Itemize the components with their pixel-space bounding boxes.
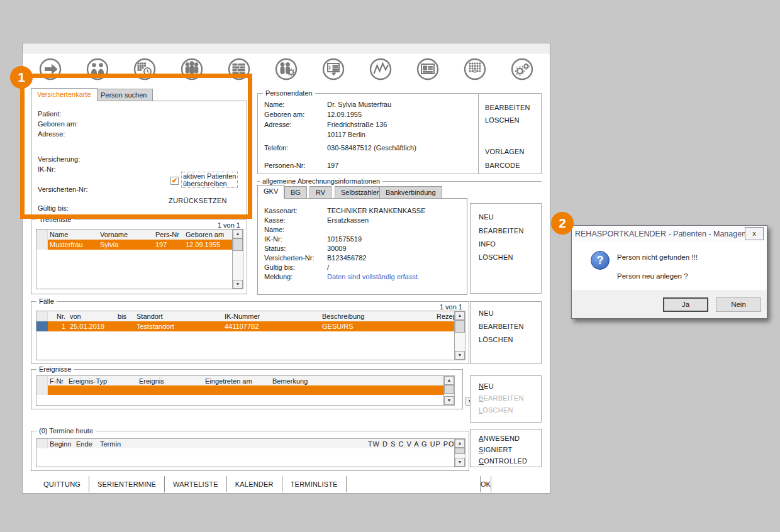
warteliste-button[interactable]: WARTELISTE xyxy=(165,480,226,488)
id-card-icon[interactable] xyxy=(415,57,440,82)
trefferliste-scrollbar[interactable]: ▲ ▼ xyxy=(232,230,243,289)
pd-label-personen-nr: Personen-Nr: xyxy=(264,162,327,169)
scroll-down-icon[interactable]: ▼ xyxy=(233,280,243,289)
cell-beschreibung: GESU/RS xyxy=(320,323,415,330)
ereignisse-scrollbar[interactable]: ▲ ▼ xyxy=(443,376,454,405)
faelle-scrollbar[interactable]: ▲ ▼ xyxy=(454,311,465,360)
termine-scrollbar[interactable]: ▲ ▼ xyxy=(454,439,465,467)
ereignisse-bearbeiten-button: BEARBEITEN xyxy=(479,394,524,402)
tab-person-suchen[interactable]: Person suchen xyxy=(94,89,153,101)
controlled-button[interactable]: CONTROLLED xyxy=(479,457,527,465)
gkv-value-gueltig-bis: / xyxy=(327,263,329,271)
row-gutter xyxy=(36,240,48,250)
scroll-down-icon[interactable]: ▼ xyxy=(455,458,465,467)
scroll-up-icon[interactable]: ▲ xyxy=(455,439,465,448)
quittung-button[interactable]: QUITTUNG xyxy=(35,480,89,488)
reset-button[interactable]: ZURÜCKSETZEN xyxy=(169,197,227,204)
ereignisse-selected-row[interactable] xyxy=(36,385,454,395)
scroll-up-icon[interactable]: ▲ xyxy=(444,376,454,385)
gkv-label-kassenart: Kassenart: xyxy=(264,207,327,214)
waiting-room-icon[interactable] xyxy=(85,57,110,82)
field-label-gueltig-bis: Gültig bis: xyxy=(38,204,69,212)
scroll-down-icon[interactable]: ▼ xyxy=(444,396,454,405)
cell-pers-nr: 197 xyxy=(153,241,184,248)
nein-button[interactable]: Nein xyxy=(716,297,761,312)
gkv-bearbeiten-button[interactable]: BEARBEITEN xyxy=(479,227,524,235)
separator xyxy=(491,476,491,492)
matrix-icon[interactable] xyxy=(462,57,488,82)
scroll-thumb[interactable] xyxy=(233,238,243,251)
dialog-title-bar[interactable]: REHASPORTKALENDER - Patienten - Manageme… xyxy=(572,226,767,242)
tab-versichertenkarte[interactable]: Versichertenkarte xyxy=(31,88,98,101)
scroll-up-icon[interactable]: ▲ xyxy=(455,311,465,320)
gkv-neu-button[interactable]: NEU xyxy=(479,213,494,221)
anwesend-button[interactable]: ANWESEND xyxy=(479,435,520,442)
gkv-buttons: NEU BEARBEITEN INFO LÖSCHEN xyxy=(470,203,542,294)
bearbeiten-button[interactable]: BEARBEITEN xyxy=(485,104,530,111)
ereignisse-buttons: NEU BEARBEITEN LÖSCHEN xyxy=(470,375,542,423)
calendar-clock-icon[interactable] xyxy=(132,57,157,82)
gkv-label-gueltig-bis: Gültig bis: xyxy=(264,263,327,271)
tab-gkv[interactable]: GKV xyxy=(257,185,284,199)
tab-selbstzahler[interactable]: Selbstzahler xyxy=(335,186,386,199)
tab-bankverbindung[interactable]: Bankverbindung xyxy=(379,186,442,199)
tab-bg[interactable]: BG xyxy=(284,186,307,199)
scroll-thumb[interactable] xyxy=(444,385,454,394)
vorlagen-button[interactable]: VORLAGEN xyxy=(485,148,525,155)
patients-icon[interactable] xyxy=(179,57,204,82)
tab-rv[interactable]: RV xyxy=(309,186,332,199)
scroll-down-icon[interactable]: ▼ xyxy=(455,351,465,360)
settings-icon[interactable] xyxy=(510,57,535,82)
gkv-label-ik-nr: IK-Nr: xyxy=(264,235,327,243)
faelle-bearbeiten-button[interactable]: BEARBEITEN xyxy=(479,323,524,330)
pd-value-telefon: 030-58487512 (Geschäftlich) xyxy=(327,144,416,152)
faelle-loeschen-button[interactable]: LÖSCHEN xyxy=(479,336,513,343)
row-gutter xyxy=(36,230,48,240)
scroll-thumb[interactable] xyxy=(455,448,465,454)
scroll-up-icon[interactable]: ▲ xyxy=(233,230,243,238)
col-beschreibung: Beschreibung xyxy=(320,313,415,320)
close-icon[interactable]: x xyxy=(745,227,764,240)
signiert-button[interactable]: SIGNIERT xyxy=(479,446,512,453)
trefferliste-legend: Trefferliste xyxy=(36,216,74,224)
trefferliste-selected-row[interactable]: Musterfrau Sylvia 197 12.09.1955 xyxy=(36,240,243,250)
ereignisse-legend: Ereignisse xyxy=(36,365,74,374)
dialog-body: ? Person nicht gefunden !!! Person neu a… xyxy=(572,242,767,292)
faelle-header: Nr. von bis Standort IK-Nummer Beschreib… xyxy=(36,311,465,321)
ereignisse-table: F-Nr Ereignis-Typ Ereignis Eingetreten a… xyxy=(36,375,455,406)
screen-call-icon[interactable] xyxy=(321,57,346,82)
ja-button[interactable]: Ja xyxy=(663,297,708,312)
gkv-label-name: Name: xyxy=(264,226,327,233)
col-beginn: Beginn xyxy=(48,440,74,448)
cell-vorname: Sylvia xyxy=(98,241,153,248)
staff-settings-icon[interactable] xyxy=(274,57,299,82)
barcode-button[interactable]: BARCODE xyxy=(485,162,520,169)
cell-name: Musterfrau xyxy=(48,241,98,248)
serientermine-button[interactable]: SERIENTERMINE xyxy=(89,480,164,488)
exit-icon[interactable] xyxy=(38,57,63,82)
ok-button[interactable]: OK xyxy=(481,480,491,488)
prescriptions-icon[interactable] xyxy=(226,57,252,82)
statistics-icon[interactable] xyxy=(368,57,393,82)
overwrite-active-patient-checkbox[interactable]: ✔ xyxy=(170,177,179,185)
ereignisse-neu-button[interactable]: NEU xyxy=(479,382,494,390)
row-gutter xyxy=(36,311,48,321)
faelle-table: Nr. von bis Standort IK-Nummer Beschreib… xyxy=(36,311,465,360)
terminliste-button[interactable]: TERMINLISTE xyxy=(282,480,346,488)
kalender-button[interactable]: KALENDER xyxy=(227,480,282,488)
scroll-track xyxy=(233,251,243,280)
scroll-thumb[interactable] xyxy=(455,320,465,333)
overwrite-active-patient-label[interactable]: aktiven Patienten überschreiben xyxy=(181,172,238,188)
faelle-selected-row[interactable]: 1 25.01.2019 Teststandort 441107782 GESU… xyxy=(36,321,465,331)
faelle-neu-button[interactable]: NEU xyxy=(479,309,494,317)
gkv-info-button[interactable]: INFO xyxy=(479,240,496,248)
gkv-value-kassenart: TECHNIKER KRANKENKASSE xyxy=(327,207,425,214)
pd-value-name: Dr. Sylvia Musterfrau xyxy=(327,101,391,108)
gkv-value-ik-nr: 101575519 xyxy=(327,235,362,243)
gkv-loeschen-button[interactable]: LÖSCHEN xyxy=(479,253,513,261)
gkv-value-versicherten-nr: B123456782 xyxy=(327,254,366,262)
faelle-group: Fälle 1 von 1 Nr. von bis Standort IK-Nu… xyxy=(31,301,469,364)
pd-value-ort: 10117 Berlin xyxy=(327,131,365,138)
loeschen-button[interactable]: LÖSCHEN xyxy=(485,116,520,124)
checkbox-label-line2: überschreiben xyxy=(183,180,236,187)
